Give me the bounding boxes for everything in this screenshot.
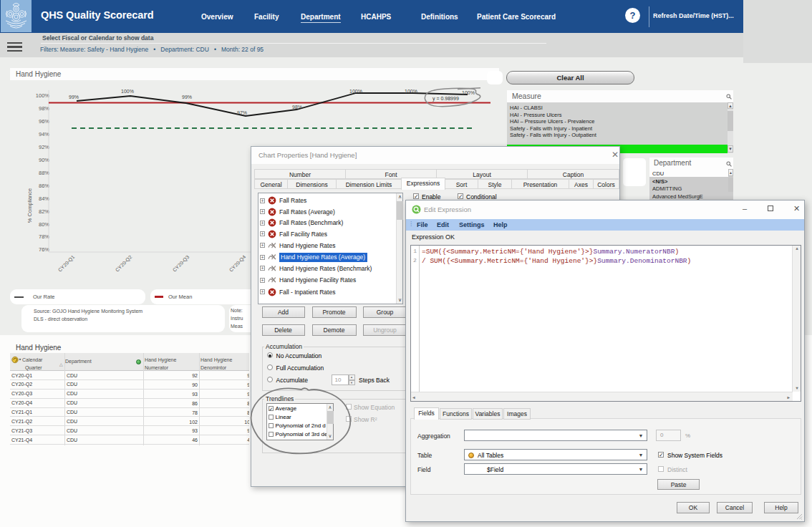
svg-text:CY20-Q4: CY20-Q4 — [228, 254, 247, 273]
svg-text:% Compliance: % Compliance — [26, 188, 33, 223]
svg-text:80%: 80% — [39, 221, 49, 228]
svg-text:98%: 98% — [292, 105, 302, 110]
svg-text:CY20-Q2: CY20-Q2 — [115, 254, 133, 273]
svg-text:86%: 86% — [39, 183, 49, 189]
svg-text:96%: 96% — [39, 118, 49, 125]
svg-text:CY20-Q1: CY20-Q1 — [57, 254, 76, 273]
svg-text:100%: 100% — [462, 90, 475, 95]
svg-text:98%: 98% — [39, 105, 49, 112]
svg-text:97%: 97% — [237, 110, 247, 115]
svg-text:99%: 99% — [69, 95, 79, 100]
svg-text:82%: 82% — [39, 208, 49, 215]
svg-text:90%: 90% — [39, 157, 49, 163]
svg-text:y = 0.98999: y = 0.98999 — [432, 96, 459, 102]
svg-text:100%: 100% — [405, 89, 417, 94]
svg-text:84%: 84% — [39, 195, 49, 202]
svg-text:CY20-Q3: CY20-Q3 — [172, 254, 190, 273]
svg-text:100%: 100% — [121, 89, 134, 94]
svg-text:76%: 76% — [39, 246, 49, 253]
svg-text:92%: 92% — [39, 144, 49, 150]
svg-text:100%: 100% — [349, 89, 362, 94]
svg-text:99%: 99% — [182, 95, 192, 100]
svg-text:94%: 94% — [39, 131, 49, 137]
svg-text:78%: 78% — [39, 233, 49, 240]
svg-text:100%: 100% — [36, 92, 50, 99]
svg-text:88%: 88% — [39, 170, 49, 176]
